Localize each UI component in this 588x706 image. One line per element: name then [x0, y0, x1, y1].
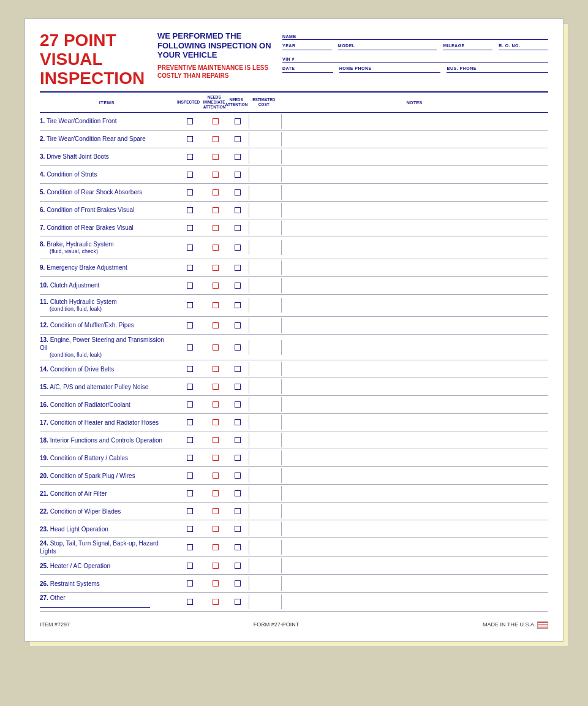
checkbox-needs-immediate[interactable]: [205, 172, 227, 178]
checkbox-needs-attention[interactable]: [227, 544, 249, 550]
checkbox-needs-immediate[interactable]: [205, 154, 227, 160]
checkbox-needs-immediate[interactable]: [205, 455, 227, 461]
checkbox-needs-attention[interactable]: [227, 366, 249, 372]
form-title: 27 POINT VISUAL INSPECTION: [40, 31, 150, 88]
checkbox-needs-immediate[interactable]: [205, 322, 227, 328]
checkbox-inspected[interactable]: [175, 599, 205, 605]
checkbox-needs-attention[interactable]: [227, 473, 249, 479]
row-item-label: 14. Condition of Drive Belts: [40, 365, 175, 373]
checkbox-needs-immediate[interactable]: [205, 189, 227, 195]
table-row: 17. Condition of Heater and Radiator Hos…: [40, 414, 548, 431]
checkbox-needs-immediate[interactable]: [205, 366, 227, 372]
checkbox-needs-attention[interactable]: [227, 384, 249, 390]
checkbox-needs-attention[interactable]: [227, 508, 249, 514]
checkbox-needs-attention[interactable]: [227, 580, 249, 586]
checkbox-needs-attention[interactable]: [227, 265, 249, 271]
checkbox-needs-immediate[interactable]: [205, 473, 227, 479]
checkbox-needs-immediate[interactable]: [205, 599, 227, 605]
checkbox-needs-immediate[interactable]: [205, 283, 227, 289]
checkbox-needs-attention[interactable]: [227, 283, 249, 289]
checkbox-inspected[interactable]: [175, 490, 205, 496]
checkbox-needs-attention[interactable]: [227, 490, 249, 496]
checkbox-needs-attention[interactable]: [227, 118, 249, 124]
checkbox-box: [187, 401, 193, 408]
checkbox-needs-attention[interactable]: [227, 172, 249, 178]
checkbox-inspected[interactable]: [175, 437, 205, 443]
checkbox-needs-immediate[interactable]: [205, 207, 227, 213]
checkbox-needs-attention[interactable]: [227, 136, 249, 142]
estimated-cost-cell: [249, 340, 282, 355]
checkbox-inspected[interactable]: [175, 580, 205, 586]
checkbox-inspected[interactable]: [175, 207, 205, 213]
checkbox-inspected[interactable]: [175, 366, 205, 372]
checkbox-inspected[interactable]: [175, 265, 205, 271]
form-number: FORM #27-POINT: [254, 621, 300, 629]
checkbox-needs-attention[interactable]: [227, 455, 249, 461]
checkbox-inspected[interactable]: [175, 302, 205, 308]
checkbox-box: [187, 154, 193, 160]
checkbox-needs-immediate[interactable]: [205, 245, 227, 251]
checkbox-needs-attention[interactable]: [227, 563, 249, 569]
checkbox-inspected[interactable]: [175, 508, 205, 514]
checkbox-inspected[interactable]: [175, 154, 205, 160]
checkbox-box: [187, 136, 193, 142]
checkbox-inspected[interactable]: [175, 401, 205, 408]
checkbox-needs-immediate[interactable]: [205, 384, 227, 390]
checkbox-needs-immediate[interactable]: [205, 344, 227, 351]
checkbox-red-box: [213, 419, 219, 425]
bus-phone-field: BUS. PHONE: [447, 66, 548, 73]
checkbox-needs-attention[interactable]: [227, 189, 249, 195]
checkbox-needs-immediate[interactable]: [205, 490, 227, 496]
checkbox-needs-attention[interactable]: [227, 322, 249, 328]
checkbox-needs-immediate[interactable]: [205, 437, 227, 443]
checkbox-inspected[interactable]: [175, 473, 205, 479]
checkbox-needs-attention[interactable]: [227, 344, 249, 351]
checkbox-needs-attention[interactable]: [227, 437, 249, 443]
checkbox-inspected[interactable]: [175, 419, 205, 425]
estimated-cost-cell: [249, 185, 282, 200]
checkbox-needs-immediate[interactable]: [205, 302, 227, 308]
checkbox-needs-attention[interactable]: [227, 225, 249, 231]
checkbox-needs-immediate[interactable]: [205, 265, 227, 271]
checkbox-box: [187, 265, 193, 271]
checkbox-inspected[interactable]: [175, 189, 205, 195]
checkbox-needs-immediate[interactable]: [205, 508, 227, 514]
row-item-label: 17. Condition of Heater and Radiator Hos…: [40, 419, 175, 427]
checkbox-needs-attention[interactable]: [227, 419, 249, 425]
checkbox-inspected[interactable]: [175, 322, 205, 328]
checkbox-inspected[interactable]: [175, 544, 205, 550]
checkbox-inspected[interactable]: [175, 225, 205, 231]
checkbox-box: [187, 580, 193, 586]
checkbox-inspected[interactable]: [175, 526, 205, 532]
checkbox-needs-immediate[interactable]: [205, 544, 227, 550]
checkbox-needs-immediate[interactable]: [205, 401, 227, 408]
checkbox-needs-immediate[interactable]: [205, 419, 227, 425]
checkbox-inspected[interactable]: [175, 563, 205, 569]
checkbox-needs-immediate[interactable]: [205, 563, 227, 569]
checkbox-needs-attention[interactable]: [227, 526, 249, 532]
checkbox-needs-attention[interactable]: [227, 207, 249, 213]
checkbox-needs-immediate[interactable]: [205, 118, 227, 124]
checkbox-needs-immediate[interactable]: [205, 580, 227, 586]
checkbox-needs-attention[interactable]: [227, 154, 249, 160]
checkbox-needs-attention[interactable]: [227, 401, 249, 408]
checkbox-inspected[interactable]: [175, 172, 205, 178]
checkbox-needs-immediate[interactable]: [205, 225, 227, 231]
checkbox-box: [187, 508, 193, 514]
estimated-cost-cell: [249, 132, 282, 146]
column-headers: ITEMS INSPECTED NEEDSIMMEDIATEATTENTION …: [40, 93, 548, 112]
checkbox-needs-attention[interactable]: [227, 599, 249, 605]
checkbox-needs-attention[interactable]: [227, 245, 249, 251]
table-row: 18. Interior Functions and Controls Oper…: [40, 431, 548, 449]
checkbox-inspected[interactable]: [175, 455, 205, 461]
checkbox-inspected[interactable]: [175, 136, 205, 142]
checkbox-needs-attention[interactable]: [227, 302, 249, 308]
checkbox-needs-immediate[interactable]: [205, 136, 227, 142]
table-row: 5. Condition of Rear Shock Absorbers: [40, 184, 548, 202]
checkbox-needs-immediate[interactable]: [205, 526, 227, 532]
checkbox-inspected[interactable]: [175, 283, 205, 289]
checkbox-inspected[interactable]: [175, 118, 205, 124]
checkbox-inspected[interactable]: [175, 245, 205, 251]
checkbox-inspected[interactable]: [175, 344, 205, 351]
checkbox-inspected[interactable]: [175, 384, 205, 390]
